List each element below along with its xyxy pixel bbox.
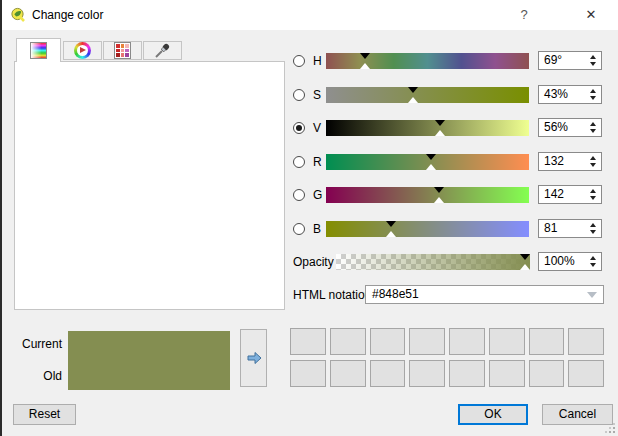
spin-down-icon — [590, 129, 596, 133]
titlebar: Change color ? ✕ — [2, 0, 618, 30]
swatch-cell[interactable] — [529, 360, 565, 387]
spinner-buttons[interactable] — [586, 220, 599, 237]
channel-spinbox-S[interactable]: 43% — [538, 85, 602, 104]
swatch-cell[interactable] — [449, 328, 485, 355]
spinner-buttons[interactable] — [586, 86, 599, 103]
channel-radio-G[interactable] — [293, 189, 305, 201]
ok-button[interactable]: OK — [458, 404, 528, 425]
channel-radio-S[interactable] — [293, 89, 305, 101]
channel-spinbox-G[interactable]: 142 — [538, 185, 602, 204]
spinner-buttons[interactable] — [586, 52, 599, 69]
swatch-cell[interactable] — [449, 360, 485, 387]
channel-slider-G[interactable] — [326, 187, 529, 203]
spinbox-value: 43% — [544, 86, 568, 103]
spinbox-value: 100% — [544, 253, 575, 270]
channel-radio-B[interactable] — [293, 223, 305, 235]
color-box-icon — [30, 42, 47, 59]
opacity-slider[interactable] — [336, 254, 530, 270]
swatch-cell[interactable] — [290, 360, 326, 387]
spinner-buttons[interactable] — [586, 119, 599, 136]
swatch-cell[interactable] — [409, 328, 445, 355]
html-notation-row: HTML notation #848e51 — [287, 284, 617, 306]
swatch-cell[interactable] — [290, 328, 326, 355]
opacity-gradient — [336, 254, 530, 270]
swatch-cell[interactable] — [409, 360, 445, 387]
channel-spinbox-V[interactable]: 56% — [538, 118, 602, 137]
swatch-cell[interactable] — [489, 328, 525, 355]
channel-row-v: V56% — [287, 117, 617, 139]
swatch-cell[interactable] — [330, 328, 366, 355]
tab-color-box[interactable] — [16, 38, 61, 62]
spinbox-value: 81 — [544, 220, 557, 237]
swatch-cell[interactable] — [370, 328, 406, 355]
swatch-cell[interactable] — [568, 328, 604, 355]
window-title: Change color — [32, 8, 103, 22]
channel-slider-B[interactable] — [326, 221, 529, 237]
spin-up-icon — [590, 89, 596, 93]
channel-spinbox-H[interactable]: 69° — [538, 51, 602, 70]
current-color-swatch — [68, 331, 230, 361]
spinbox-value: 69° — [544, 52, 562, 69]
color-box-pane — [14, 61, 285, 310]
tab-color-swatches[interactable] — [103, 41, 142, 60]
channel-slider-S[interactable] — [326, 87, 529, 103]
spin-down-icon — [590, 263, 596, 267]
channel-row-h: H69° — [287, 50, 617, 72]
channel-slider-H[interactable] — [326, 53, 529, 69]
eyedropper-icon — [154, 42, 171, 59]
spin-down-icon — [590, 96, 596, 100]
channel-label-R: R — [313, 151, 322, 173]
swatch-cell[interactable] — [489, 360, 525, 387]
channel-slider-R[interactable] — [326, 154, 529, 170]
qgis-app-icon — [10, 7, 26, 23]
close-button[interactable]: ✕ — [574, 0, 608, 30]
swatch-cell[interactable] — [370, 360, 406, 387]
spinbox-value: 132 — [544, 153, 564, 170]
help-button[interactable]: ? — [507, 0, 541, 30]
swatch-cell[interactable] — [330, 360, 366, 387]
channel-radio-H[interactable] — [293, 55, 305, 67]
resize-grip-icon[interactable] — [605, 423, 616, 434]
swatch-grid — [290, 328, 604, 387]
reset-button[interactable]: Reset — [13, 404, 76, 425]
dropdown-arrow-icon[interactable] — [587, 292, 597, 298]
current-label: Current — [2, 337, 62, 351]
channel-label-H: H — [313, 50, 322, 72]
cancel-button[interactable]: Cancel — [542, 404, 613, 425]
compare-swatch — [68, 331, 230, 390]
spin-down-icon — [590, 163, 596, 167]
html-notation-label: HTML notation — [293, 284, 371, 306]
spin-down-icon — [590, 62, 596, 66]
spinner-buttons[interactable] — [586, 253, 599, 270]
opacity-spinbox[interactable]: 100% — [538, 252, 602, 271]
html-notation-value: #848e51 — [372, 286, 419, 303]
spin-up-icon — [590, 189, 596, 193]
color-swatches-icon — [114, 42, 131, 59]
channel-label-G: G — [313, 184, 322, 206]
channel-slider-V[interactable] — [326, 120, 529, 136]
opacity-label: Opacity — [293, 251, 334, 273]
spinner-buttons[interactable] — [586, 153, 599, 170]
tab-color-sampler[interactable] — [143, 41, 182, 60]
tab-color-wheel[interactable] — [63, 41, 102, 60]
channel-spinbox-B[interactable]: 81 — [538, 219, 602, 238]
channel-spinbox-R[interactable]: 132 — [538, 152, 602, 171]
spinner-buttons[interactable] — [586, 186, 599, 203]
channel-label-V: V — [313, 117, 321, 139]
opacity-row: Opacity 100% — [287, 251, 617, 273]
html-notation-field[interactable]: #848e51 — [365, 285, 604, 304]
channel-row-r: R132 — [287, 151, 617, 173]
channel-label-B: B — [313, 218, 321, 240]
swatch-cell[interactable] — [529, 328, 565, 355]
old-color-swatch — [68, 361, 230, 391]
swatch-cell[interactable] — [568, 360, 604, 387]
spin-up-icon — [590, 156, 596, 160]
spin-down-icon — [590, 230, 596, 234]
spinbox-value: 142 — [544, 186, 564, 203]
color-wheel-icon — [74, 42, 91, 59]
channel-row-g: G142 — [287, 184, 617, 206]
channel-radio-R[interactable] — [293, 156, 305, 168]
channel-row-s: S43% — [287, 84, 617, 106]
add-to-swatches-button[interactable] — [240, 329, 267, 387]
channel-radio-V[interactable] — [293, 122, 305, 134]
